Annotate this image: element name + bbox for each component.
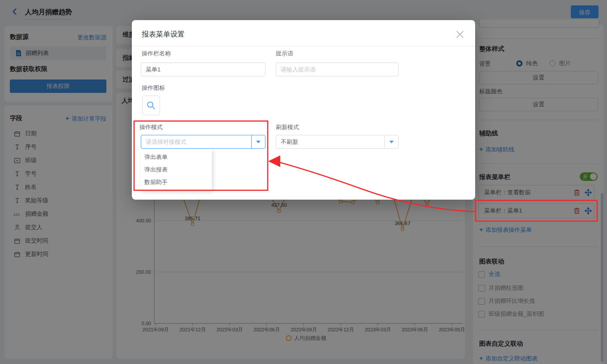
refresh-mode-label: 刷新模式 <box>276 123 299 131</box>
mode-option[interactable]: 弹出报表 <box>141 163 212 176</box>
search-icon <box>146 100 156 110</box>
mode-option[interactable]: 数据助手 <box>141 176 212 188</box>
action-mode-label: 操作模式 <box>139 123 163 131</box>
action-bar-name-label: 操作栏名称 <box>142 50 171 58</box>
divider <box>132 46 475 46</box>
caret-box <box>384 135 398 148</box>
modal-title: 报表菜单设置 <box>142 30 185 39</box>
action-bar-name-input[interactable] <box>141 63 266 76</box>
chevron-down-icon <box>389 141 394 143</box>
mode-option[interactable]: 弹出表单 <box>141 151 212 163</box>
report-designer-screen: 人均月捐赠趋势 保存 数据源 更改数据源 捐赠列表 数据获取权限 报表权限 字段… <box>0 0 607 364</box>
chevron-down-icon <box>256 141 261 143</box>
tip-label: 提示语 <box>276 50 293 58</box>
action-icon-label: 操作图标 <box>142 84 165 92</box>
caret-box <box>251 135 265 148</box>
refresh-mode-select[interactable]: 不刷新 <box>276 135 399 149</box>
report-menu-settings-modal: 报表菜单设置 操作栏名称 提示语 操作图标 操作模式 请选择对接模式 弹出表单弹… <box>132 20 475 200</box>
refresh-mode-value: 不刷新 <box>276 138 384 146</box>
action-mode-placeholder: 请选择对接模式 <box>141 138 251 146</box>
close-icon[interactable] <box>455 30 464 39</box>
tip-input[interactable] <box>276 63 399 76</box>
action-mode-select[interactable]: 请选择对接模式 <box>141 135 266 149</box>
action-mode-dropdown: 弹出表单弹出报表数据助手 <box>141 149 212 190</box>
action-icon-button[interactable] <box>142 96 160 115</box>
